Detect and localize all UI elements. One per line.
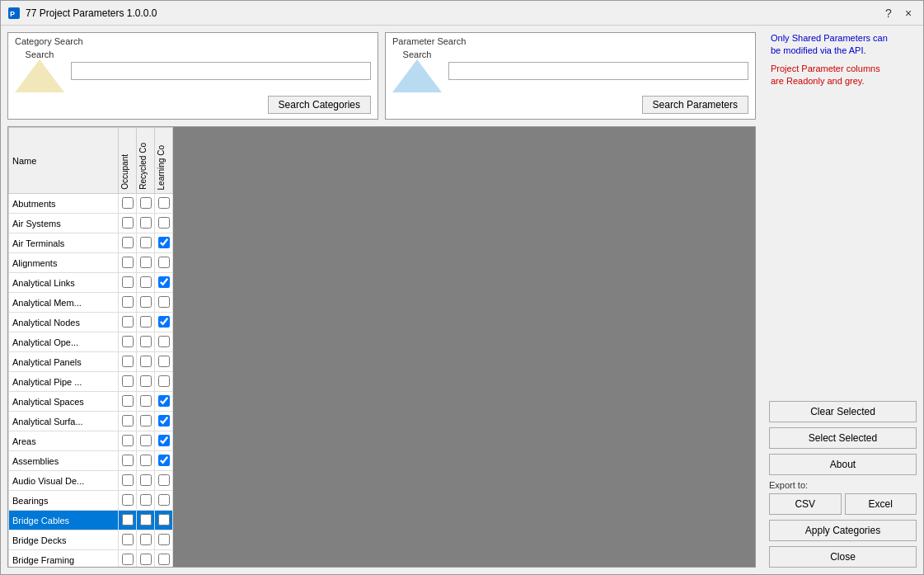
checkbox-recycled[interactable]: [140, 237, 152, 248]
cell-occupant[interactable]: [119, 530, 137, 550]
checkbox-learning[interactable]: [158, 316, 170, 328]
checkbox-occupant[interactable]: [122, 415, 134, 427]
checkbox-learning[interactable]: [158, 435, 170, 446]
checkbox-occupant[interactable]: [122, 356, 134, 367]
apply-categories-button[interactable]: Apply Categories: [769, 520, 917, 541]
cell-learning[interactable]: [155, 511, 173, 530]
cell-occupant[interactable]: [119, 332, 137, 352]
cell-recycled[interactable]: [137, 550, 155, 568]
table-row[interactable]: Air Systems: [9, 214, 173, 233]
checkbox-recycled[interactable]: [140, 197, 152, 209]
help-button[interactable]: ?: [880, 5, 897, 21]
checkbox-occupant[interactable]: [122, 257, 134, 268]
checkbox-learning[interactable]: [158, 474, 170, 486]
cell-learning[interactable]: [155, 253, 173, 273]
table-row[interactable]: Abutments: [9, 194, 173, 214]
cell-occupant[interactable]: [119, 313, 137, 332]
cell-occupant[interactable]: [119, 491, 137, 511]
checkbox-learning[interactable]: [158, 296, 170, 308]
checkbox-occupant[interactable]: [122, 197, 134, 209]
cell-recycled[interactable]: [137, 511, 155, 530]
cell-recycled[interactable]: [137, 451, 155, 471]
cell-learning[interactable]: [155, 530, 173, 550]
table-row[interactable]: Analytical Panels: [9, 352, 173, 372]
checkbox-recycled[interactable]: [140, 257, 152, 268]
cell-occupant[interactable]: [119, 392, 137, 412]
cell-recycled[interactable]: [137, 293, 155, 313]
cell-recycled[interactable]: [137, 253, 155, 273]
checkbox-learning[interactable]: [158, 395, 170, 407]
checkbox-learning[interactable]: [158, 455, 170, 466]
csv-button[interactable]: CSV: [769, 493, 842, 515]
table-row[interactable]: Bridge Framing: [9, 550, 173, 568]
cell-recycled[interactable]: [137, 392, 155, 412]
excel-button[interactable]: Excel: [845, 493, 917, 515]
cell-occupant[interactable]: [119, 253, 137, 273]
about-button[interactable]: About: [769, 454, 917, 475]
cell-occupant[interactable]: [119, 431, 137, 451]
cell-learning[interactable]: [155, 273, 173, 293]
cell-learning[interactable]: [155, 233, 173, 253]
table-row[interactable]: Areas: [9, 431, 173, 451]
cell-learning[interactable]: [155, 431, 173, 451]
checkbox-learning[interactable]: [158, 237, 170, 248]
table-row[interactable]: Bearings: [9, 491, 173, 511]
checkbox-recycled[interactable]: [140, 554, 152, 565]
close-button[interactable]: ×: [900, 5, 917, 21]
checkbox-recycled[interactable]: [140, 375, 152, 387]
table-row[interactable]: Analytical Ope...: [9, 332, 173, 352]
checkbox-occupant[interactable]: [122, 375, 134, 387]
checkbox-recycled[interactable]: [140, 296, 152, 308]
table-row[interactable]: Analytical Links: [9, 273, 173, 293]
checkbox-occupant[interactable]: [122, 276, 134, 288]
cell-learning[interactable]: [155, 471, 173, 491]
cell-occupant[interactable]: [119, 471, 137, 491]
search-categories-button[interactable]: Search Categories: [268, 96, 371, 114]
table-wrapper[interactable]: Name Occupant Recycled Co Learning Co Ab…: [8, 127, 755, 567]
cell-occupant[interactable]: [119, 352, 137, 372]
checkbox-occupant[interactable]: [122, 494, 134, 506]
cell-occupant[interactable]: [119, 451, 137, 471]
checkbox-learning[interactable]: [158, 514, 170, 526]
cell-learning[interactable]: [155, 194, 173, 214]
cell-occupant[interactable]: [119, 412, 137, 431]
checkbox-learning[interactable]: [158, 534, 170, 545]
checkbox-occupant[interactable]: [122, 336, 134, 347]
checkbox-recycled[interactable]: [140, 316, 152, 328]
cell-occupant[interactable]: [119, 372, 137, 392]
checkbox-learning[interactable]: [158, 554, 170, 565]
cell-recycled[interactable]: [137, 194, 155, 214]
checkbox-occupant[interactable]: [122, 296, 134, 308]
cell-learning[interactable]: [155, 392, 173, 412]
cell-recycled[interactable]: [137, 214, 155, 233]
cell-learning[interactable]: [155, 293, 173, 313]
table-row[interactable]: Analytical Mem...: [9, 293, 173, 313]
table-row[interactable]: Analytical Pipe ...: [9, 372, 173, 392]
cell-recycled[interactable]: [137, 372, 155, 392]
table-row[interactable]: Bridge Cables: [9, 511, 173, 530]
cell-occupant[interactable]: [119, 194, 137, 214]
checkbox-occupant[interactable]: [122, 534, 134, 545]
checkbox-learning[interactable]: [158, 217, 170, 229]
select-selected-button[interactable]: Select Selected: [769, 427, 917, 449]
cell-occupant[interactable]: [119, 273, 137, 293]
checkbox-occupant[interactable]: [122, 237, 134, 248]
cell-learning[interactable]: [155, 451, 173, 471]
checkbox-learning[interactable]: [158, 197, 170, 209]
checkbox-learning[interactable]: [158, 494, 170, 506]
checkbox-recycled[interactable]: [140, 276, 152, 288]
table-row[interactable]: Audio Visual De...: [9, 471, 173, 491]
cell-learning[interactable]: [155, 313, 173, 332]
cell-recycled[interactable]: [137, 352, 155, 372]
table-row[interactable]: Analytical Spaces: [9, 392, 173, 412]
checkbox-recycled[interactable]: [140, 435, 152, 446]
checkbox-recycled[interactable]: [140, 514, 152, 526]
checkbox-recycled[interactable]: [140, 415, 152, 427]
checkbox-learning[interactable]: [158, 257, 170, 268]
cell-recycled[interactable]: [137, 412, 155, 431]
cell-learning[interactable]: [155, 352, 173, 372]
table-row[interactable]: Alignments: [9, 253, 173, 273]
table-row[interactable]: Analytical Surfa...: [9, 412, 173, 431]
checkbox-learning[interactable]: [158, 415, 170, 427]
checkbox-occupant[interactable]: [122, 514, 134, 526]
